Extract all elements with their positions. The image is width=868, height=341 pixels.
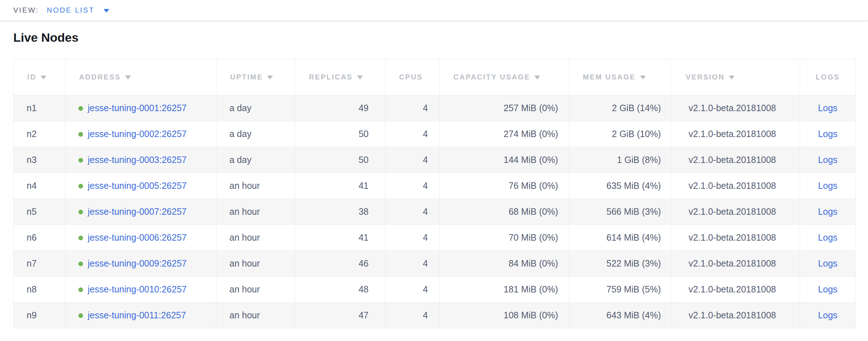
column-header-version[interactable]: VERSION	[672, 59, 800, 95]
node-uptime-cell: a day	[216, 95, 295, 121]
logs-link[interactable]: Logs	[818, 103, 837, 113]
node-address-link[interactable]: jesse-tuning-0007:26257	[88, 206, 187, 217]
node-replicas-value: 50	[358, 129, 369, 139]
logs-link[interactable]: Logs	[818, 206, 837, 217]
logs-link[interactable]: Logs	[818, 310, 837, 320]
node-uptime-cell: a day	[216, 147, 295, 173]
node-address-link[interactable]: jesse-tuning-0010:26257	[88, 284, 187, 294]
node-logs-cell: Logs	[800, 95, 856, 121]
node-address-link[interactable]: jesse-tuning-0002:26257	[88, 129, 187, 139]
node-uptime-value: an hour	[229, 310, 260, 320]
node-capacity_usage-cell: 257 MiB (0%)	[440, 95, 569, 121]
table-row: n3jesse-tuning-0003:26257a day504144 MiB…	[14, 147, 856, 173]
node-version-cell: v2.1.0-beta.20181008	[672, 147, 800, 173]
node-id-value: n6	[27, 232, 37, 242]
column-header-address[interactable]: ADDRESS	[65, 59, 216, 95]
node-mem_usage-cell: 614 MiB (4%)	[569, 225, 672, 251]
table-row: n6jesse-tuning-0006:26257an hour41470 Mi…	[14, 225, 856, 251]
node-live-status-icon	[78, 236, 83, 240]
node-logs-cell: Logs	[800, 303, 856, 328]
node-replicas-cell: 41	[295, 225, 385, 251]
logs-link[interactable]: Logs	[818, 129, 837, 139]
table-header-row: IDADDRESSUPTIMEREPLICASCPUSCAPACITY USAG…	[14, 59, 856, 95]
column-header-label: CAPACITY USAGE	[453, 73, 530, 81]
node-replicas-cell: 50	[295, 121, 385, 147]
node-cpus-cell: 4	[385, 95, 440, 121]
node-logs-cell: Logs	[800, 173, 856, 199]
column-header-label: LOGS	[816, 73, 840, 81]
node-mem_usage-value: 566 MiB (3%)	[607, 206, 661, 217]
node-mem_usage-cell: 522 MiB (3%)	[569, 251, 672, 277]
view-selector-dropdown[interactable]: NODE LIST	[47, 6, 109, 14]
node-uptime-value: an hour	[229, 181, 260, 191]
node-id-value: n9	[27, 310, 37, 320]
node-address-link[interactable]: jesse-tuning-0005:26257	[88, 181, 187, 191]
node-version-cell: v2.1.0-beta.20181008	[672, 121, 800, 147]
sort-desc-icon	[267, 76, 273, 79]
node-replicas-cell: 50	[295, 147, 385, 173]
node-version-cell: v2.1.0-beta.20181008	[672, 173, 800, 199]
node-address-link[interactable]: jesse-tuning-0011:26257	[88, 310, 186, 320]
node-id-value: n5	[27, 206, 37, 217]
column-header-cpus: CPUS	[385, 59, 440, 95]
table-row: n7jesse-tuning-0009:26257an hour46484 Mi…	[14, 251, 856, 277]
node-address-link[interactable]: jesse-tuning-0003:26257	[88, 155, 187, 165]
node-replicas-cell: 49	[295, 95, 385, 121]
node-address-cell: jesse-tuning-0011:26257	[65, 303, 216, 328]
logs-link[interactable]: Logs	[818, 284, 837, 294]
node-address-link[interactable]: jesse-tuning-0001:26257	[88, 103, 187, 113]
node-capacity_usage-cell: 144 MiB (0%)	[440, 147, 569, 173]
node-live-status-icon	[78, 158, 83, 163]
node-logs-cell: Logs	[800, 277, 856, 303]
column-header-id[interactable]: ID	[14, 59, 65, 95]
node-address-link[interactable]: jesse-tuning-0009:26257	[88, 258, 187, 268]
node-capacity_usage-cell: 76 MiB (0%)	[440, 173, 569, 199]
node-address-cell: jesse-tuning-0005:26257	[65, 173, 216, 199]
node-logs-cell: Logs	[800, 147, 856, 173]
node-version-value: v2.1.0-beta.20181008	[689, 155, 776, 165]
column-header-uptime[interactable]: UPTIME	[216, 59, 295, 95]
node-version-value: v2.1.0-beta.20181008	[689, 258, 776, 268]
node-cpus-cell: 4	[385, 303, 440, 328]
column-header-label: ADDRESS	[79, 73, 121, 81]
node-address-cell: jesse-tuning-0002:26257	[65, 121, 216, 147]
node-live-status-icon	[78, 106, 83, 111]
node-cpus-value: 4	[423, 181, 428, 191]
node-cpus-cell: 4	[385, 225, 440, 251]
node-cpus-cell: 4	[385, 199, 440, 225]
node-id-cell: n3	[14, 147, 65, 173]
node-mem_usage-value: 1 GiB (8%)	[617, 155, 661, 165]
node-id-cell: n6	[14, 225, 65, 251]
column-header-capacity_usage[interactable]: CAPACITY USAGE	[440, 59, 569, 95]
node-mem_usage-value: 2 GiB (14%)	[612, 103, 661, 113]
node-mem_usage-cell: 2 GiB (14%)	[569, 95, 672, 121]
logs-link[interactable]: Logs	[818, 155, 837, 165]
node-uptime-value: an hour	[229, 206, 260, 217]
node-replicas-cell: 41	[295, 173, 385, 199]
column-header-mem_usage[interactable]: MEM USAGE	[569, 59, 672, 95]
node-cpus-value: 4	[423, 232, 428, 242]
column-header-replicas[interactable]: REPLICAS	[295, 59, 385, 95]
logs-link[interactable]: Logs	[818, 181, 837, 191]
page-title: Live Nodes	[13, 30, 855, 45]
node-replicas-value: 46	[358, 258, 369, 268]
node-uptime-value: a day	[229, 155, 251, 165]
column-header-label: REPLICAS	[309, 73, 353, 81]
logs-link[interactable]: Logs	[818, 232, 837, 242]
node-live-status-icon	[78, 262, 83, 266]
node-mem_usage-cell: 566 MiB (3%)	[569, 199, 672, 225]
table-row: n1jesse-tuning-0001:26257a day494257 MiB…	[14, 95, 856, 121]
node-id-cell: n1	[14, 95, 65, 121]
node-address-cell: jesse-tuning-0003:26257	[65, 147, 216, 173]
node-address-link[interactable]: jesse-tuning-0006:26257	[88, 232, 187, 242]
node-id-cell: n2	[14, 121, 65, 147]
column-header-label: UPTIME	[230, 73, 263, 81]
node-live-status-icon	[78, 184, 83, 188]
sort-desc-icon	[729, 76, 735, 79]
node-mem_usage-value: 643 MiB (4%)	[607, 310, 661, 320]
column-header-logs: LOGS	[800, 59, 856, 95]
logs-link[interactable]: Logs	[818, 258, 837, 268]
node-mem_usage-value: 614 MiB (4%)	[607, 232, 661, 242]
node-uptime-value: a day	[229, 129, 251, 139]
node-mem_usage-cell: 1 GiB (8%)	[569, 147, 672, 173]
